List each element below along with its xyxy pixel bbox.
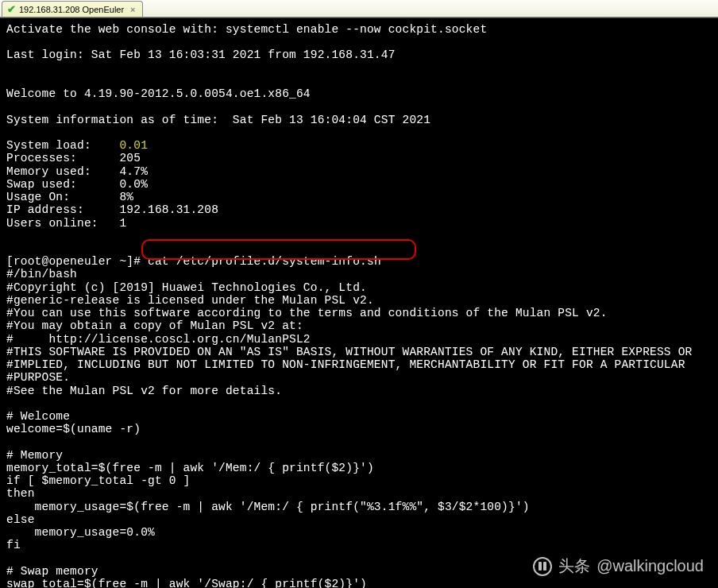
- script-line: if [ $memory_total -gt 0 ]: [6, 474, 190, 487]
- stat-users-value: 1: [119, 217, 126, 230]
- stat-mem-value: 4.7%: [119, 165, 148, 178]
- script-line: memory_total=$(free -m | awk '/Mem:/ { p…: [6, 462, 374, 474]
- script-line: welcome=$(uname -r): [6, 423, 141, 435]
- stat-proc-label: Processes:: [6, 152, 119, 164]
- prompt-command: cat /etc/profile.d/system-info.sh: [148, 255, 381, 268]
- script-line: swap_total=$(free -m | awk '/Swap:/ { pr…: [6, 578, 367, 588]
- watermark: 头条 @walkingcloud: [533, 555, 704, 577]
- script-line: #generic-release is licensed under the M…: [6, 294, 374, 307]
- script-line: fi: [6, 539, 21, 551]
- stat-load-label: System load:: [6, 139, 119, 152]
- stat-ip-value: 192.168.31.208: [119, 203, 218, 216]
- tab-title: 192.168.31.208 OpenEuler: [19, 5, 124, 14]
- stat-proc-value: 205: [119, 152, 141, 164]
- stat-usage-label: Usage On:: [6, 191, 119, 203]
- script-line: #You may obtain a copy of Mulan PSL v2 a…: [6, 319, 303, 332]
- script-line: #/bin/bash: [6, 268, 77, 280]
- script-line: #See the Mulan PSL v2 for more details.: [6, 385, 282, 397]
- script-line: # http://license.coscl.org.cn/MulanPSL2: [6, 333, 311, 346]
- motd-activate: Activate the web console with: systemctl…: [6, 23, 487, 36]
- sysinfo-header: System information as of time: Sat Feb 1…: [6, 114, 430, 126]
- script-line: else: [6, 513, 35, 526]
- script-line: memory_usage=0.0%: [6, 526, 155, 539]
- tab-bar: ✔ 192.168.31.208 OpenEuler ×: [0, 0, 718, 17]
- stat-swap-value: 0.0%: [119, 178, 148, 191]
- stat-usage-value: 8%: [119, 191, 133, 203]
- script-line: #IMPLIED, INCLUDING BUT NOT LIMITED TO N…: [6, 358, 685, 371]
- prompt-ps1: [root@openeuler ~]#: [6, 255, 148, 268]
- script-line: # Welcome: [6, 410, 70, 423]
- terminal-tab[interactable]: ✔ 192.168.31.208 OpenEuler ×: [2, 1, 143, 17]
- watermark-logo-icon: [533, 557, 552, 576]
- watermark-handle: @walkingcloud: [596, 557, 704, 575]
- script-line: #THIS SOFTWARE IS PROVIDED ON AN "AS IS"…: [6, 346, 692, 358]
- stat-swap-label: Swap used:: [6, 178, 119, 191]
- script-line: memory_usage=$(free -m | awk '/Mem:/ { p…: [6, 501, 530, 513]
- script-line: # Memory: [6, 449, 63, 462]
- terminal-output[interactable]: Activate the web console with: systemctl…: [0, 17, 718, 586]
- script-line: #PURPOSE.: [6, 371, 70, 384]
- stat-mem-label: Memory used:: [6, 165, 119, 178]
- script-line: then: [6, 487, 35, 500]
- stat-users-label: Users online:: [6, 217, 119, 230]
- watermark-prefix: 头条: [558, 555, 590, 577]
- stat-ip-label: IP address:: [6, 203, 119, 216]
- tab-close-icon[interactable]: ×: [130, 5, 135, 14]
- connected-check-icon: ✔: [7, 3, 16, 15]
- script-line: #You can use this software according to …: [6, 307, 608, 319]
- stat-load-value: 0.01: [119, 139, 148, 152]
- script-line: # Swap memory: [6, 565, 98, 578]
- script-line: #Copyright (c) [2019] Huawei Technologie…: [6, 281, 367, 294]
- motd-welcome: Welcome to 4.19.90-2012.5.0.0054.oe1.x86…: [6, 87, 311, 100]
- motd-last-login: Last login: Sat Feb 13 16:03:31 2021 fro…: [6, 48, 396, 61]
